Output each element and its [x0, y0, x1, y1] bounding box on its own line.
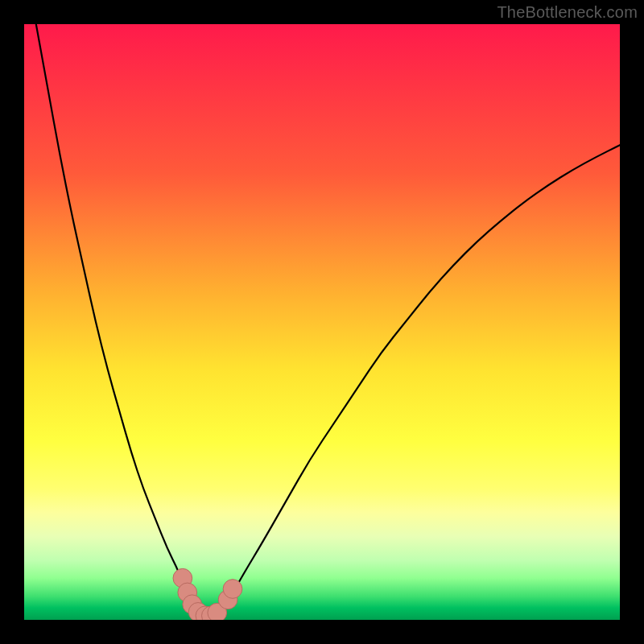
valley-markers — [173, 568, 242, 620]
bottleneck-curve-svg — [24, 24, 620, 620]
chart-frame: TheBottleneck.com — [0, 0, 644, 644]
plot-area — [24, 24, 620, 620]
valley-marker — [223, 580, 242, 599]
bottleneck-curve — [36, 24, 620, 617]
attribution-label: TheBottleneck.com — [497, 3, 638, 22]
